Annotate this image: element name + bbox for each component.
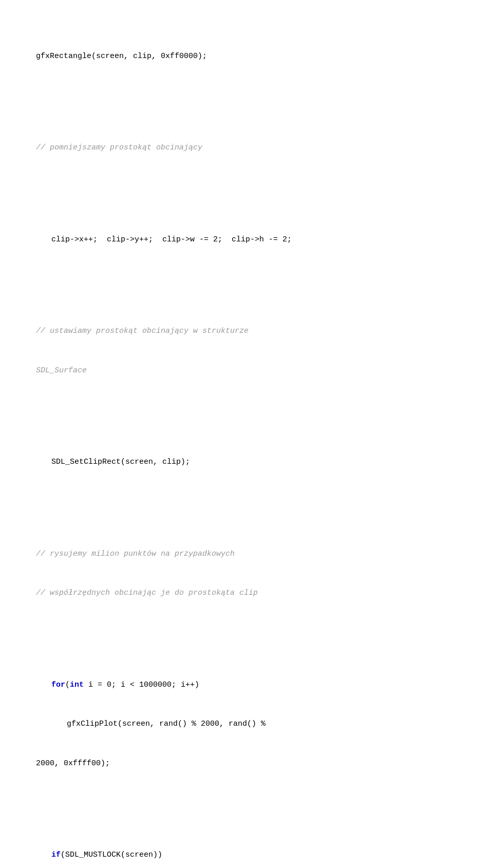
code-text: ( bbox=[65, 681, 70, 689]
code-line: // rysujemy milion punktów na przypadkow… bbox=[21, 548, 472, 561]
comment: SDL_Surface bbox=[36, 366, 87, 375]
code-line: for(int i = 0; i < 1000000; i++) bbox=[21, 678, 472, 692]
code-line: // pomniejszamy prostokąt obcinający bbox=[21, 141, 472, 155]
code-line-empty bbox=[21, 626, 472, 639]
code-text: (SDL_MUSTLOCK(screen)) bbox=[61, 851, 162, 859]
code-line: if(SDL_MUSTLOCK(screen)) bbox=[21, 848, 472, 862]
code-line-empty bbox=[21, 403, 472, 417]
comment: // rysujemy milion punktów na przypadkow… bbox=[36, 550, 235, 558]
code-line-empty bbox=[21, 495, 472, 508]
code-text: clip->x++; clip->y++; clip->w -= 2; clip… bbox=[51, 235, 292, 244]
comment: // ustawiamy prostokąt obcinający w stru… bbox=[36, 327, 249, 335]
code-text: SDL_SetClipRect(screen, clip); bbox=[51, 458, 190, 466]
keyword-int: int bbox=[70, 681, 84, 689]
code-line-empty bbox=[21, 796, 472, 809]
code-line: gfxClipPlot(screen, rand() % 2000, rand(… bbox=[21, 718, 472, 731]
keyword-for: for bbox=[51, 681, 65, 689]
code-line: // ustawiamy prostokąt obcinający w stru… bbox=[21, 325, 472, 338]
code-text: gfxClipPlot(screen, rand() % 2000, rand(… bbox=[67, 720, 266, 728]
code-text: i = 0; i < 1000000; i++) bbox=[84, 681, 199, 689]
code-text: gfxRectangle(screen, clip, 0xff0000); bbox=[36, 52, 207, 61]
code-container: gfxRectangle(screen, clip, 0xff0000); //… bbox=[21, 10, 472, 868]
code-line-empty bbox=[21, 89, 472, 102]
code-line-empty bbox=[21, 272, 472, 286]
code-line: clip->x++; clip->y++; clip->w -= 2; clip… bbox=[21, 233, 472, 247]
comment: // współrzędnych obcinając je do prostok… bbox=[36, 589, 258, 597]
code-line: 2000, 0xffff00); bbox=[21, 757, 472, 770]
code-line: // współrzędnych obcinając je do prostok… bbox=[21, 587, 472, 600]
code-line: gfxRectangle(screen, clip, 0xff0000); bbox=[21, 50, 472, 63]
code-line: SDL_SetClipRect(screen, clip); bbox=[21, 456, 472, 469]
comment: // pomniejszamy prostokąt obcinający bbox=[36, 143, 202, 152]
code-line-empty bbox=[21, 181, 472, 194]
keyword-if: if bbox=[51, 851, 61, 859]
code-block: gfxRectangle(screen, clip, 0xff0000); //… bbox=[21, 10, 472, 868]
code-text: 2000, 0xffff00); bbox=[36, 759, 110, 768]
code-line: SDL_Surface bbox=[21, 364, 472, 378]
